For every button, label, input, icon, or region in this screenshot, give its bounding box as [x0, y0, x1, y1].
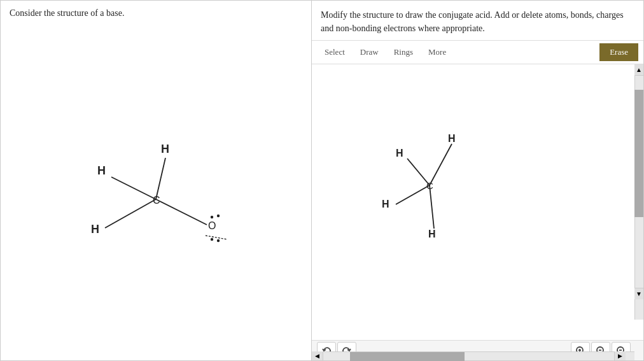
svg-line-11 [396, 185, 430, 204]
scroll-right-arrow[interactable]: ▶ [614, 351, 626, 360]
svg-line-2 [105, 199, 156, 228]
right-molecule-area: ▲ ▼ H H H H C [312, 64, 643, 340]
svg-line-8 [206, 236, 227, 239]
left-molecule-area: H H H C O [1, 18, 311, 360]
h-top: H [161, 143, 169, 155]
select-button[interactable]: Select [317, 43, 353, 61]
h-top-right: H [448, 133, 456, 144]
right-panel-instructions: Modify the structure to draw the conjuga… [312, 1, 643, 40]
svg-point-5 [217, 214, 220, 216]
draw-button[interactable]: Draw [353, 43, 386, 61]
scroll-left-arrow[interactable]: ◀ [312, 351, 323, 360]
h-top-left: H [396, 148, 403, 159]
svg-line-0 [156, 158, 165, 199]
svg-point-7 [217, 239, 220, 241]
h-scrollbar-thumb[interactable] [350, 352, 465, 361]
vertical-scrollbar[interactable]: ▲ ▼ [634, 64, 643, 320]
scrollbar-thumb[interactable] [634, 90, 643, 217]
h-left: H [382, 199, 389, 209]
c-label: C [153, 195, 160, 206]
h-bottom: H [428, 229, 436, 239]
horizontal-scrollbar[interactable]: ◀ ▶ [312, 351, 634, 360]
o-label: O [208, 220, 216, 231]
svg-point-4 [211, 215, 213, 218]
c-label-right: C [426, 180, 433, 191]
h-left-top: H [97, 164, 106, 177]
scroll-down-arrow[interactable]: ▼ [634, 288, 643, 299]
svg-line-9 [430, 144, 452, 185]
main-container: Consider the structure of a base. H H H … [0, 0, 644, 361]
scroll-up-arrow[interactable]: ▲ [634, 64, 643, 76]
svg-point-6 [211, 237, 213, 240]
left-panel: Consider the structure of a base. H H H … [0, 0, 312, 361]
left-molecule-svg: H H H C O [54, 101, 258, 279]
left-panel-label: Consider the structure of a base. [1, 1, 311, 18]
toolbar: Select Draw Rings More Erase [312, 40, 643, 64]
bottom-bar: ◀ ▶ [312, 340, 643, 360]
svg-line-1 [111, 177, 156, 199]
h-left-bottom: H [91, 223, 99, 236]
more-button[interactable]: More [421, 43, 454, 61]
rings-button[interactable]: Rings [386, 43, 421, 61]
svg-line-3 [156, 199, 207, 225]
right-panel: Modify the structure to draw the conjuga… [312, 0, 644, 361]
right-molecule-svg: H H H H C [312, 64, 547, 262]
erase-button[interactable]: Erase [599, 43, 638, 61]
svg-line-12 [430, 185, 434, 229]
